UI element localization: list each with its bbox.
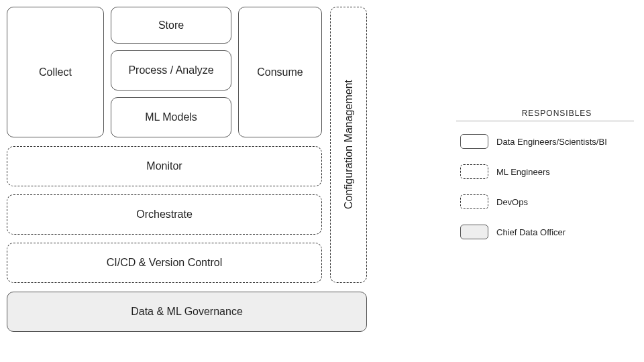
legend-title: RESPONSIBLES [517,109,597,118]
box-consume: Consume [238,7,322,137]
box-collect: Collect [7,7,104,137]
box-store: Store [111,7,231,44]
legend-swatch-devops [460,194,488,209]
legend-swatch-ml-engineers [460,164,488,179]
legend-label-cdo: Chief Data Officer [496,225,566,239]
legend-label-devops: DevOps [496,194,528,209]
legend-divider [456,121,634,121]
legend-swatch-data-engineers [460,134,488,149]
box-monitor: Monitor [7,146,322,186]
box-governance: Data & ML Governance [7,292,367,332]
legend-label-data-engineers: Data Engineers/Scientists/BI [496,134,607,149]
box-orchestrate: Orchestrate [7,194,322,235]
legend-label-ml-engineers: ML Engineers [496,164,550,179]
box-process-analyze: Process / Analyze [111,50,231,90]
legend-swatch-cdo [460,225,488,239]
box-configuration-management: Configuration Management [330,7,367,283]
diagram-canvas: Collect Store Process / Analyze ML Model… [0,0,644,362]
box-cicd: CI/CD & Version Control [7,243,322,283]
label-configuration-management: Configuration Management [343,80,355,209]
box-ml-models: ML Models [111,97,231,137]
